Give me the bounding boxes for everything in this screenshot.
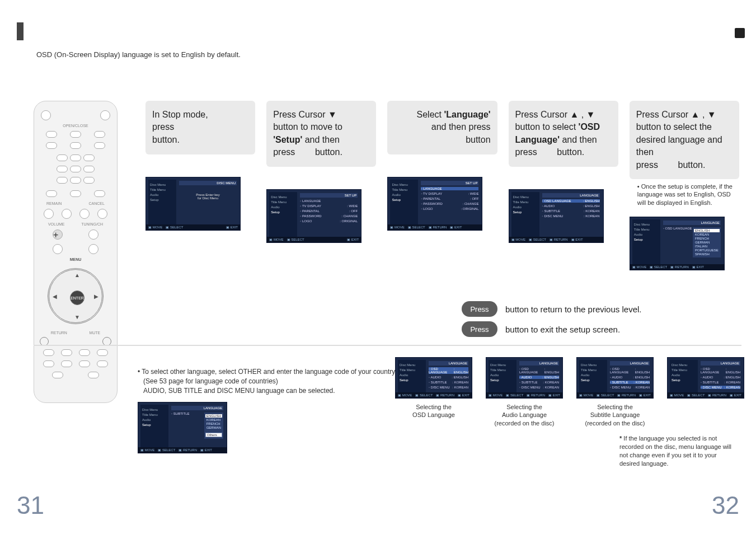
press-badge-1: Press — [462, 301, 497, 317]
divider — [34, 345, 741, 346]
screenshot-setup: Disc Menu Title Menu Audio Setup SET UP … — [266, 189, 361, 243]
remote-column: OPEN/CLOSE REMAINCANCEL VOLUMETUNING/CH … — [34, 101, 129, 403]
step-4-text: Press Cursor ▲ , ▼ button to select 'OSD… — [509, 101, 618, 167]
page-accent-right — [735, 28, 745, 38]
screenshot-disc-menu: Disc Menu Title Menu Audio Setup DISC ME… — [145, 177, 241, 231]
screenshot-language-dropdown: Disc Menu Title Menu Audio Setup LANGUAG… — [630, 217, 725, 270]
step-2: Press Cursor ▼ button to move to 'Setup'… — [261, 101, 382, 403]
callout-text-1: button to return to the previous level. — [505, 305, 641, 314]
step-1: In Stop mode, press button. Disc Menu Ti… — [140, 101, 261, 403]
page-accent-left — [17, 22, 24, 40]
screenshot-language-select: Disc Menu Title Menu Audio Setup SET UP … — [387, 177, 482, 231]
dpad-illustration: ▲ ▼ ◀ ▶ ENTER — [48, 268, 104, 324]
step-1-text: In Stop mode, press button. — [145, 101, 255, 154]
small-shot-discmenu: Disc MenuTitle Menu AudioSetup LANGUAGE … — [667, 357, 744, 427]
note-under-step5: • Once the setup is complete, if the lan… — [630, 179, 739, 207]
step-2-text: Press Cursor ▼ button to move to 'Setup'… — [266, 101, 376, 167]
intro-text: OSD (On-Screen Display) language is set … — [36, 50, 241, 59]
small-shot-osd: Disc MenuTitle Menu AudioSetup LANGUAGE … — [395, 357, 472, 427]
page-number-right: 32 — [712, 491, 739, 519]
remote-control-illustration: OPEN/CLOSE REMAINCANCEL VOLUMETUNING/CH … — [34, 101, 118, 403]
screenshot-osd-language: Disc Menu Title Menu Audio Setup LANGUAG… — [509, 189, 604, 243]
callout-text-2: button to exit the setup screen. — [505, 325, 620, 334]
callout-section: Press button to return to the previous l… — [462, 297, 741, 341]
small-shot-subtitle: Disc MenuTitle Menu AudioSetup LANGUAGE … — [576, 357, 654, 427]
small-shots-row: Disc MenuTitle Menu AudioSetup LANGUAGE … — [395, 357, 744, 427]
screenshot-subtitle-options: Disc Menu Title Menu Audio Setup LANGUAG… — [138, 402, 227, 453]
page-number-left: 31 — [17, 491, 44, 519]
step-3-text: Select 'Language' and then press button — [387, 101, 497, 154]
press-badge-2: Press — [462, 321, 497, 337]
star-note: If the language you selected is not reco… — [619, 434, 737, 467]
step-5-text: Press Cursor ▲ , ▼ button to select the … — [630, 101, 739, 179]
small-shot-audio: Disc MenuTitle Menu AudioSetup LANGUAGE … — [486, 357, 563, 427]
